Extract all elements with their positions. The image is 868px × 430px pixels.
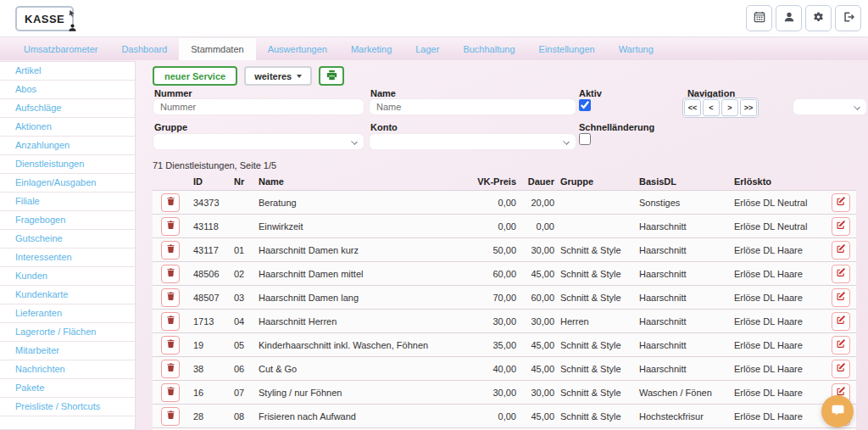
delete-row-button[interactable] — [161, 193, 180, 212]
sidebar-item[interactable]: Interessenten — [0, 249, 135, 267]
cell-vk-preis: 0,00 — [472, 411, 518, 422]
konto-label: Konto — [370, 122, 398, 132]
sidebar-item[interactable]: Filiale — [0, 193, 135, 211]
cell-dauer: 20,00 — [518, 198, 556, 208]
delete-row-button[interactable] — [161, 288, 180, 307]
cell-id: 48507 — [188, 293, 229, 303]
delete-row-button[interactable] — [161, 265, 180, 283]
sidebar-item[interactable]: Fragebogen — [0, 211, 135, 230]
kasse-logo[interactable]: KASSE — [15, 6, 74, 31]
cell-id: 38 — [188, 364, 229, 374]
edit-row-button[interactable] — [832, 336, 850, 355]
cell-erloeskto: Erlöse DL Neutral — [730, 221, 826, 232]
name-input[interactable] — [369, 98, 576, 115]
sidebar-item[interactable]: Pakete — [0, 379, 135, 398]
delete-row-button[interactable] — [161, 312, 180, 331]
sidebar-item[interactable]: Lagerorte / Flächen — [0, 323, 135, 342]
edit-icon — [836, 196, 846, 209]
nav-tab-label: Stammdaten — [191, 44, 243, 54]
delete-row-button[interactable] — [161, 360, 180, 378]
edit-icon — [836, 291, 846, 304]
edit-icon — [836, 243, 846, 256]
aktiv-checkbox[interactable] — [579, 99, 591, 111]
delete-row-button[interactable] — [161, 407, 180, 426]
table-row: 19 05 Kinderhaarschnitt inkl. Waschen, F… — [153, 332, 856, 356]
cell-erloeskto: Erlöse DL Haare — [730, 411, 826, 422]
calendar-button[interactable] — [746, 5, 772, 31]
cell-erloeskto: Erlöse DL Haare — [730, 340, 826, 350]
sidebar-item[interactable]: Nachrichten — [0, 360, 135, 379]
cell-name: Haarschnitt Damen mittel — [253, 269, 472, 279]
cell-dauer: 30,00 — [518, 316, 556, 327]
nav-tab-label: Dashboard — [121, 44, 167, 54]
col-gruppe: Gruppe — [556, 176, 635, 187]
sidebar-item[interactable]: Kundenkarte — [0, 286, 135, 304]
logout-button[interactable] — [835, 5, 861, 31]
cell-gruppe: Schnitt & Style — [556, 269, 635, 279]
result-summary: 71 Dienstleistungen, Seite 1/5 — [153, 160, 856, 170]
delete-row-button[interactable] — [161, 241, 180, 260]
nav-tab[interactable]: Stammdaten — [179, 38, 255, 60]
sidebar-item[interactable]: Preisliste / Shortcuts — [0, 398, 135, 416]
page-select[interactable] — [793, 98, 867, 115]
user-button[interactable] — [776, 5, 802, 31]
cell-vk-preis: 0,00 — [472, 221, 518, 232]
nummer-input[interactable] — [153, 98, 364, 115]
gruppe-select[interactable] — [153, 133, 364, 150]
chat-fab-button[interactable] — [821, 395, 854, 427]
delete-row-button[interactable] — [161, 383, 180, 402]
cell-nr: 02 — [229, 269, 253, 279]
edit-row-button[interactable] — [832, 360, 850, 378]
edit-icon — [836, 315, 846, 327]
nav-tab[interactable]: Umsatzbarometer — [12, 38, 109, 60]
nav-tab[interactable]: Auswertungen — [256, 38, 339, 60]
sidebar-item[interactable]: Artikel — [0, 62, 135, 81]
sidebar-item[interactable]: Lieferanten — [0, 304, 135, 323]
nav-tab[interactable]: Marketing — [339, 38, 403, 60]
nav-tab-label: Marketing — [351, 44, 392, 54]
sidebar-item[interactable]: Einlagen/Ausgaben — [0, 174, 135, 193]
cell-id: 28 — [188, 411, 229, 422]
cell-id: 1713 — [188, 316, 229, 327]
user-icon — [783, 11, 795, 25]
nav-page-button[interactable]: << — [684, 99, 701, 116]
nav-page-button[interactable]: >> — [740, 99, 757, 116]
edit-row-button[interactable] — [832, 312, 850, 331]
cell-dauer: 30,00 — [518, 388, 556, 398]
nav-tab-label: Auswertungen — [268, 44, 327, 54]
delete-row-button[interactable] — [161, 336, 180, 355]
sidebar-item[interactable]: Anzahlungen — [0, 137, 135, 155]
cell-gruppe: Schnitt & Style — [556, 293, 635, 303]
edit-row-button[interactable] — [832, 193, 850, 212]
sidebar-item[interactable]: Abos — [0, 81, 135, 99]
more-dropdown-button[interactable]: weiteres — [244, 66, 312, 86]
cell-basisdl: Haarschnitt — [635, 364, 730, 374]
new-service-button[interactable]: neuer Service — [153, 66, 237, 86]
sidebar-item[interactable]: Mitarbeiter — [0, 342, 135, 360]
edit-row-button[interactable] — [832, 241, 850, 260]
sidebar-item[interactable]: Aufschläge — [0, 99, 135, 118]
cell-id: 19 — [188, 340, 229, 350]
sidebar-item[interactable]: Aktionen — [0, 118, 135, 137]
nav-page-button[interactable]: > — [721, 99, 738, 116]
edit-row-button[interactable] — [832, 288, 850, 307]
schnellaenderung-label: Schnelländerung — [579, 122, 654, 132]
print-button[interactable] — [319, 66, 344, 86]
settings-button[interactable] — [805, 5, 832, 31]
edit-row-button[interactable] — [832, 217, 850, 236]
nav-tab[interactable]: Wartung — [607, 38, 665, 60]
cell-gruppe: Schnitt & Style — [556, 364, 635, 374]
delete-row-button[interactable] — [161, 217, 180, 236]
schnellaenderung-checkbox[interactable] — [579, 133, 591, 145]
sidebar-item[interactable]: Gutscheine — [0, 230, 135, 249]
edit-row-button[interactable] — [832, 265, 850, 283]
nav-tab[interactable]: Lager — [403, 38, 451, 60]
nav-page-button[interactable]: < — [703, 99, 720, 116]
nav-tab[interactable]: Buchhaltung — [451, 38, 526, 60]
nav-tab[interactable]: Einstellungen — [527, 38, 607, 60]
nav-tab[interactable]: Dashboard — [109, 38, 179, 60]
sidebar-item[interactable]: Dienstleistungen — [0, 155, 135, 174]
sidebar-item[interactable]: Kunden — [0, 267, 135, 286]
trash-icon — [166, 410, 175, 422]
konto-select[interactable] — [369, 133, 576, 150]
